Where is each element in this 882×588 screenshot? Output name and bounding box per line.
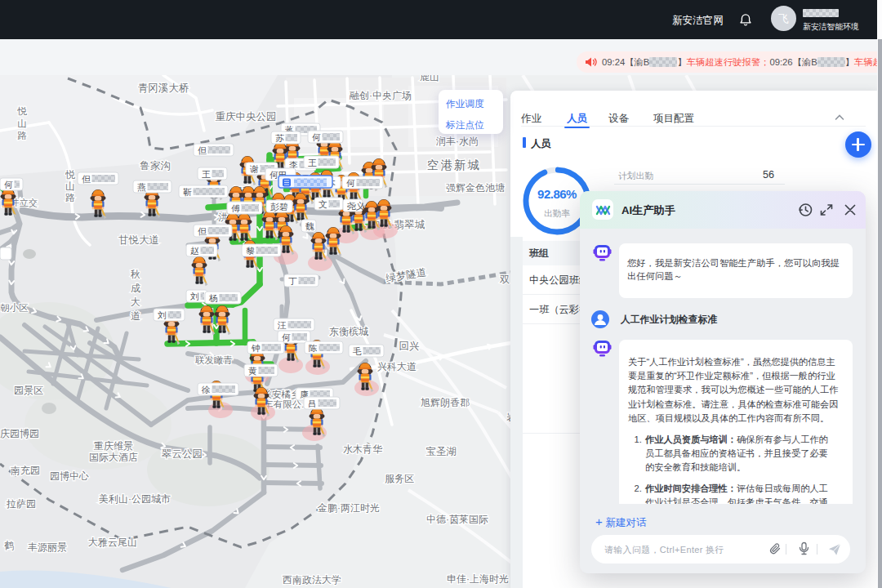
svg-text:青冈溪大桥: 青冈溪大桥: [138, 82, 189, 94]
svg-text:魏: 魏: [305, 221, 314, 231]
svg-text:苏: 苏: [275, 133, 284, 143]
svg-text:双: 双: [500, 274, 510, 285]
svg-text:刘: 刘: [190, 292, 199, 301]
svg-text:丁: 丁: [288, 276, 297, 286]
svg-text:何: 何: [4, 180, 13, 189]
svg-text:成: 成: [131, 283, 140, 294]
svg-text:申佳·上海时光: 申佳·上海时光: [447, 573, 509, 585]
svg-text:赵: 赵: [190, 246, 199, 256]
svg-text:重庆中央公园: 重庆中央公园: [216, 111, 277, 122]
svg-text:何: 何: [282, 332, 291, 342]
svg-text:尧义: 尧义: [347, 201, 365, 211]
svg-text:傅: 傅: [231, 203, 240, 213]
svg-text:刘: 刘: [158, 310, 167, 320]
svg-text:鹿山: 鹿山: [420, 75, 439, 82]
svg-text:南充园: 南充园: [11, 465, 40, 476]
svg-text:回兴: 回兴: [399, 341, 420, 352]
svg-text:园博中心: 园博中心: [50, 470, 89, 482]
svg-text:鹤: 鹤: [4, 540, 14, 551]
svg-text:王: 王: [308, 158, 317, 167]
svg-text:汪: 汪: [277, 320, 287, 330]
svg-text:润丰·水尚: 润丰·水尚: [436, 136, 479, 147]
svg-text:何: 何: [346, 178, 355, 188]
svg-text:但: 但: [82, 174, 91, 184]
svg-text:宝圣湖: 宝圣湖: [425, 446, 457, 457]
svg-text:何: 何: [312, 132, 321, 142]
svg-text:山: 山: [17, 118, 27, 128]
svg-text:路: 路: [65, 192, 75, 203]
svg-text:王: 王: [202, 169, 211, 179]
svg-text:吕: 吕: [308, 399, 317, 408]
svg-text:西南政法大学: 西南政法大学: [283, 574, 341, 586]
svg-text:水木青华: 水木青华: [343, 443, 383, 455]
svg-text:彭碧: 彭碧: [270, 202, 288, 212]
svg-text:服务区: 服务区: [385, 473, 414, 484]
svg-text:杨: 杨: [208, 293, 218, 303]
svg-text:秋: 秋: [130, 269, 140, 280]
svg-text:丰源丽景: 丰源丽景: [28, 541, 67, 553]
svg-text:联发瞰青: 联发瞰青: [195, 355, 233, 365]
svg-text:甘悦大道: 甘悦大道: [118, 234, 159, 246]
svg-text:靳: 靳: [183, 187, 192, 197]
svg-text:拉萨园: 拉萨园: [6, 498, 36, 510]
svg-text:道: 道: [131, 310, 140, 322]
svg-text:文: 文: [318, 199, 327, 209]
svg-text:92.86%: 92.86%: [537, 187, 577, 201]
svg-text:金鹏·两江时光: 金鹏·两江时光: [317, 502, 380, 514]
svg-text:黄: 黄: [248, 366, 257, 376]
svg-text:兴科大道: 兴科大道: [377, 361, 416, 372]
svg-text:东衡槟城: 东衡槟城: [329, 326, 368, 337]
svg-text:中德·茵莱国际: 中德·茵莱国际: [426, 514, 488, 525]
svg-text:朝小区: 朝小区: [0, 303, 29, 313]
svg-text:大雅云尾山: 大雅云尾山: [88, 537, 137, 548]
svg-text:陈: 陈: [309, 343, 318, 353]
svg-text:悦: 悦: [65, 169, 75, 180]
svg-text:旭辉朗香郡: 旭辉朗香郡: [421, 397, 470, 408]
svg-text:重庆维景: 重庆维景: [94, 440, 133, 452]
svg-text:大: 大: [131, 296, 140, 308]
svg-text:强辉金色池塘: 强辉金色池塘: [446, 182, 505, 194]
svg-text:但: 但: [198, 145, 207, 155]
svg-text:翠云公园: 翠云公园: [162, 448, 203, 460]
svg-text:空港新城: 空港新城: [427, 158, 481, 172]
svg-text:悦: 悦: [16, 106, 27, 116]
svg-text:出勤率: 出勤率: [544, 208, 570, 218]
svg-text:庆园博园: 庆园博园: [0, 428, 39, 439]
svg-text:美利山·公园城市: 美利山·公园城市: [99, 493, 171, 505]
svg-text:园景区: 园景区: [14, 385, 43, 396]
svg-text:徐: 徐: [201, 385, 211, 394]
svg-text:国际大酒店: 国际大酒店: [89, 452, 138, 463]
svg-text:但: 但: [198, 226, 207, 236]
svg-text:谢: 谢: [250, 164, 259, 174]
svg-text:鲁家沟: 鲁家沟: [140, 160, 171, 172]
svg-text:钟: 钟: [251, 343, 261, 353]
svg-text:融创·中央广场: 融创·中央广场: [350, 90, 412, 101]
svg-text:山: 山: [65, 180, 75, 192]
svg-text:黎: 黎: [246, 246, 255, 256]
svg-text:路: 路: [17, 131, 27, 140]
svg-text:燕: 燕: [137, 182, 146, 192]
svg-text:毛: 毛: [353, 346, 362, 356]
